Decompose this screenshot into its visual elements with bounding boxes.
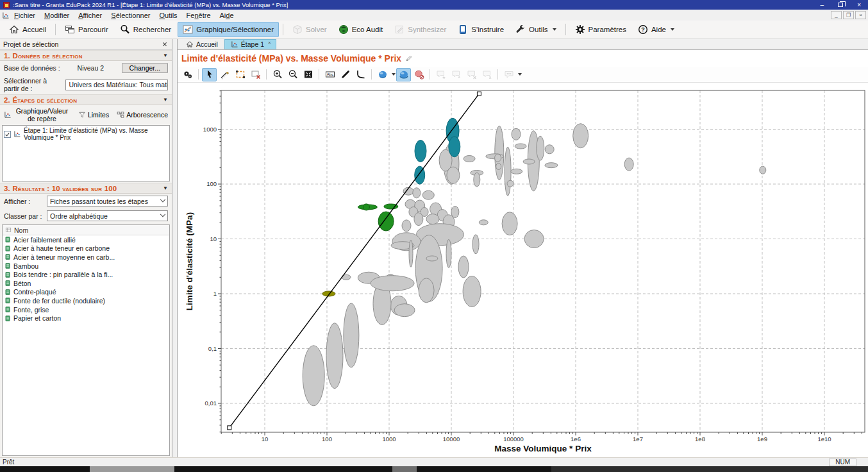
collapse-caret-icon[interactable]: ▼	[163, 53, 168, 58]
database-label: Base de données :	[4, 64, 60, 72]
zoom-out-button[interactable]	[285, 68, 300, 81]
tree-icon	[117, 111, 124, 119]
curve-icon	[356, 69, 366, 80]
parametres-button[interactable]: Paramètres	[570, 22, 631, 37]
eco-audit-button[interactable]: Eco Audit	[333, 22, 388, 37]
clear-selection-button[interactable]	[248, 68, 263, 81]
result-row-acier-a-haute-teneur-en-carbone[interactable]: Acier à haute teneur en carbone	[3, 244, 169, 253]
accueil-button[interactable]: Accueil	[4, 22, 51, 37]
section-results[interactable]: 3. Résultats : 10 validées sur 100 ▼	[0, 183, 172, 194]
result-row-fonte-grise[interactable]: Fonte, grise	[3, 305, 169, 314]
box-selection-button[interactable]	[233, 68, 247, 81]
add-callout-button[interactable]: ★	[433, 68, 448, 81]
restore-icon[interactable]	[838, 3, 843, 7]
s-instruire-button[interactable]: S'instruire	[453, 22, 509, 37]
rechercher-button[interactable]: Rechercher	[115, 22, 176, 37]
result-row-beton[interactable]: Béton	[3, 279, 169, 288]
edit-callout-button[interactable]	[449, 68, 463, 81]
bubble-display-menu-button[interactable]	[375, 68, 390, 81]
chart-canvas[interactable]: 101001000100001000001e61e71e81e91e101000…	[178, 83, 868, 457]
svg-text:1: 1	[213, 290, 217, 297]
result-row-contre-plaque[interactable]: Contre-plaqué	[3, 288, 169, 297]
stage-list-item[interactable]: Étape 1: Limite d'élasticité (MPa) vs. M…	[4, 127, 168, 141]
tab-etape-1[interactable]: Étape 1 ×	[224, 39, 276, 49]
graphique-selectionner-button[interactable]: Graphique/Sélectionner	[178, 22, 279, 37]
sort-dropdown[interactable]: Ordre alphabétique	[47, 210, 168, 221]
sort-value: Ordre alphabétique	[50, 212, 108, 220]
menu-afficher[interactable]: Afficher	[74, 11, 106, 20]
highlight-passing-button[interactable]	[396, 68, 411, 81]
result-row-acier-a-teneur-moyenne-en-carb[interactable]: Acier à teneur moyenne en carb...	[3, 253, 169, 262]
status-text: Prêt	[3, 459, 14, 466]
mdi-minimize-icon[interactable]: _	[831, 11, 842, 19]
callout-options-button[interactable]	[501, 68, 516, 81]
change-database-button[interactable]: Changer...	[122, 63, 168, 73]
add-text-label-button[interactable]: Abc	[322, 68, 337, 81]
wrench-icon	[515, 24, 526, 35]
select-from-dropdown[interactable]: Univers des Matériaux: Tous matériaux	[65, 80, 168, 90]
main-area: Projet de sélection 1. Données de sélect…	[0, 39, 868, 457]
menu-aide[interactable]: Aide	[215, 11, 238, 20]
close-icon[interactable]: ×	[857, 2, 861, 8]
chevron-down-icon[interactable]	[392, 73, 396, 76]
synthesizer-button[interactable]: Synthesizer	[389, 22, 451, 37]
draw-curve-button[interactable]	[353, 68, 368, 81]
taskbar-edge	[0, 466, 868, 472]
stage-checkbox[interactable]	[4, 131, 11, 138]
result-row-fonte-de-fer-ductile-nodulaire[interactable]: Fonte de fer ductile (nodulaire)	[3, 296, 169, 305]
label-all-button[interactable]: a	[480, 68, 494, 81]
tab-accueil[interactable]: Accueil	[179, 39, 224, 49]
taskbar-segment	[551, 466, 868, 472]
new-graph-stage-button[interactable]: Graphique/Valeur de repère	[4, 107, 71, 122]
svg-text:1e7: 1e7	[633, 435, 643, 442]
close-tab-icon[interactable]: ×	[268, 40, 271, 46]
mdi-close-icon[interactable]: ×	[855, 11, 866, 19]
aide-button[interactable]: ?Aide	[633, 22, 680, 37]
collapse-caret-icon[interactable]: ▼	[163, 185, 168, 191]
result-row-bois-tendre-pin-parallele-a-la-fi[interactable]: Bois tendre : pin parallèle à la fi...	[3, 270, 169, 279]
chart-properties-button[interactable]	[180, 68, 195, 81]
remove-callout-button[interactable]	[464, 68, 479, 81]
select-cursor-button[interactable]	[202, 68, 217, 81]
new-tree-stage-button[interactable]: Arborescence	[117, 111, 168, 119]
result-row-papier-et-carton[interactable]: Papier et carton	[3, 314, 169, 323]
solver-button[interactable]: Solver	[287, 22, 332, 37]
section-selection-steps[interactable]: 2. Étapes de sélection ▼	[0, 94, 172, 105]
draw-pen-button[interactable]	[338, 68, 353, 81]
collapse-caret-icon[interactable]: ▼	[163, 97, 168, 103]
zoom-in-button[interactable]	[270, 68, 285, 81]
outils-button[interactable]: Outils	[510, 22, 561, 37]
autoscale-button[interactable]	[301, 68, 315, 81]
result-row-bambou[interactable]: Bambou	[3, 262, 169, 271]
menu-outils[interactable]: Outils	[154, 11, 181, 20]
result-row-acier-faiblement-allie[interactable]: Acier faiblement allié	[3, 235, 169, 244]
menu-fenetre[interactable]: Fenêtre	[182, 11, 215, 20]
results-list-header[interactable]: Nom	[3, 225, 169, 235]
menu-modifier[interactable]: Modifier	[40, 11, 74, 20]
minimize-icon[interactable]: –	[821, 2, 824, 8]
panel-close-icon[interactable]	[161, 40, 169, 48]
draw-selection-line-button[interactable]	[217, 68, 232, 81]
edit-title-icon[interactable]	[405, 55, 413, 62]
parcourir-button[interactable]: Parcourir	[60, 22, 113, 37]
svg-text:1e6: 1e6	[571, 435, 581, 442]
svg-text:100000: 100000	[503, 435, 524, 442]
home-icon	[186, 40, 194, 48]
toolbar-separator	[319, 69, 319, 80]
show-label: Afficher :	[4, 198, 44, 205]
show-dropdown[interactable]: Fiches passant toutes les étapes	[47, 196, 168, 206]
section-selection-data[interactable]: 1. Données de sélection ▼	[0, 50, 172, 61]
material-record-icon	[4, 315, 11, 322]
chevron-down-icon[interactable]	[518, 73, 522, 76]
show-value: Fiches passant toutes les étapes	[50, 198, 148, 205]
search-icon	[120, 24, 130, 35]
menu-items: FichierModifierAfficherSélectionnerOutil…	[10, 12, 238, 19]
hide-failing-button[interactable]	[412, 68, 426, 81]
mdi-restore-icon[interactable]: ❐	[843, 11, 854, 19]
new-limit-stage-button[interactable]: Limites	[78, 111, 109, 119]
bubble-chart[interactable]: 101001000100001000001e61e71e81e91e101000…	[178, 83, 867, 458]
taskbar-segment	[90, 466, 174, 472]
menu-fichier[interactable]: Fichier	[10, 11, 40, 20]
svg-text:?: ?	[641, 26, 645, 33]
menu-selectionner[interactable]: Sélectionner	[106, 11, 154, 20]
